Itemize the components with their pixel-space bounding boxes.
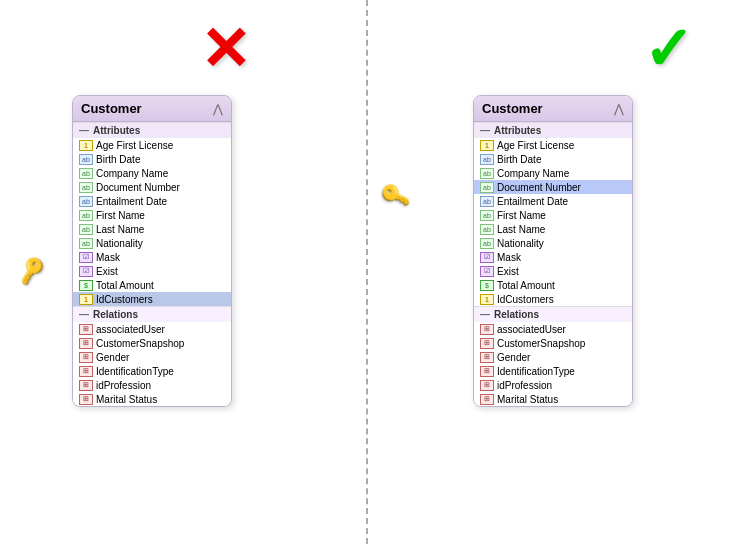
right-field-firstname[interactable]: ab First Name <box>474 208 632 222</box>
money-icon: $ <box>480 280 494 291</box>
left-rel-profession[interactable]: ⊞ idProfession <box>73 378 231 392</box>
key-icon-right: 🔑 <box>379 180 412 212</box>
left-rel-marital[interactable]: ⊞ Marital Status <box>73 392 231 406</box>
right-field-nationality[interactable]: ab Nationality <box>474 236 632 250</box>
right-rel-marital[interactable]: ⊞ Marital Status <box>474 392 632 406</box>
right-field-exist[interactable]: ☑ Exist <box>474 264 632 278</box>
pk-icon: 1 <box>480 294 494 305</box>
right-field-docnum[interactable]: ab Document Number <box>474 180 632 194</box>
left-field-total[interactable]: $ Total Amount <box>73 278 231 292</box>
rel-icon: ⊞ <box>79 352 93 363</box>
rel-icon: ⊞ <box>79 380 93 391</box>
left-field-entailment[interactable]: ab Entailment Date <box>73 194 231 208</box>
right-card-title: Customer <box>482 101 543 116</box>
rel-icon: ⊞ <box>79 394 93 405</box>
left-field-nationality[interactable]: ab Nationality <box>73 236 231 250</box>
bool-icon: ☑ <box>480 266 494 277</box>
right-rel-associated[interactable]: ⊞ associatedUser <box>474 322 632 336</box>
left-rel-snapshot[interactable]: ⊞ CustomerSnapshop <box>73 336 231 350</box>
left-field-docnum[interactable]: ab Document Number <box>73 180 231 194</box>
left-field-lastname[interactable]: ab Last Name <box>73 222 231 236</box>
left-field-mask[interactable]: ☑ Mask <box>73 250 231 264</box>
right-card-header: Customer ⋀ <box>474 96 632 122</box>
right-field-entailment[interactable]: ab Entailment Date <box>474 194 632 208</box>
date-icon: ab <box>480 196 494 207</box>
left-card-title: Customer <box>81 101 142 116</box>
left-rel-idtype[interactable]: ⊞ IdentificationType <box>73 364 231 378</box>
rel-icon: ⊞ <box>480 324 494 335</box>
rel-icon: ⊞ <box>79 324 93 335</box>
left-field-age[interactable]: 1 Age First License <box>73 138 231 152</box>
right-attributes-header: — Attributes <box>474 122 632 138</box>
text-icon: ab <box>79 182 93 193</box>
text-icon: ab <box>480 182 494 193</box>
bool-icon: ☑ <box>480 252 494 263</box>
right-field-idcustomers[interactable]: 1 IdCustomers <box>474 292 632 306</box>
left-db-card: Customer ⋀ — Attributes 1 Age First Lice… <box>72 95 232 407</box>
left-card-header: Customer ⋀ <box>73 96 231 122</box>
left-field-birthdate[interactable]: ab Birth Date <box>73 152 231 166</box>
right-rel-profession[interactable]: ⊞ idProfession <box>474 378 632 392</box>
left-card-expand-icon[interactable]: ⋀ <box>213 102 223 116</box>
right-relations-header: — Relations <box>474 306 632 322</box>
left-field-company[interactable]: ab Company Name <box>73 166 231 180</box>
text-icon: ab <box>480 224 494 235</box>
right-field-lastname[interactable]: ab Last Name <box>474 222 632 236</box>
right-rel-snapshot[interactable]: ⊞ CustomerSnapshop <box>474 336 632 350</box>
right-field-total[interactable]: $ Total Amount <box>474 278 632 292</box>
rel-icon: ⊞ <box>480 338 494 349</box>
rel-icon: ⊞ <box>480 380 494 391</box>
money-icon: $ <box>79 280 93 291</box>
check-mark: ✓ <box>643 20 693 80</box>
center-divider <box>366 0 368 544</box>
text-icon: ab <box>79 210 93 221</box>
left-rel-associated[interactable]: ⊞ associatedUser <box>73 322 231 336</box>
right-db-card: Customer ⋀ — Attributes 1 Age First Lice… <box>473 95 633 407</box>
text-icon: ab <box>79 224 93 235</box>
text-icon: ab <box>79 238 93 249</box>
right-card-expand-icon[interactable]: ⋀ <box>614 102 624 116</box>
left-attributes-header: — Attributes <box>73 122 231 138</box>
rel-icon: ⊞ <box>480 394 494 405</box>
date-icon: ab <box>480 154 494 165</box>
rel-icon: ⊞ <box>79 366 93 377</box>
text-icon: ab <box>480 210 494 221</box>
text-icon: ab <box>480 238 494 249</box>
bool-icon: ☑ <box>79 252 93 263</box>
date-icon: ab <box>79 154 93 165</box>
rel-icon: ⊞ <box>79 338 93 349</box>
left-field-exist[interactable]: ☑ Exist <box>73 264 231 278</box>
pk-icon: 1 <box>480 140 494 151</box>
pk-icon: 1 <box>79 140 93 151</box>
date-icon: ab <box>79 196 93 207</box>
text-icon: ab <box>79 168 93 179</box>
right-rel-idtype[interactable]: ⊞ IdentificationType <box>474 364 632 378</box>
right-field-age[interactable]: 1 Age First License <box>474 138 632 152</box>
left-field-firstname[interactable]: ab First Name <box>73 208 231 222</box>
left-relations-header: — Relations <box>73 306 231 322</box>
x-mark: ✕ <box>200 20 250 80</box>
rel-icon: ⊞ <box>480 366 494 377</box>
left-rel-gender[interactable]: ⊞ Gender <box>73 350 231 364</box>
left-field-idcustomers[interactable]: 1 IdCustomers <box>73 292 231 306</box>
key-icon-left: 🔑 <box>15 255 48 287</box>
right-field-company[interactable]: ab Company Name <box>474 166 632 180</box>
bool-icon: ☑ <box>79 266 93 277</box>
rel-icon: ⊞ <box>480 352 494 363</box>
right-field-mask[interactable]: ☑ Mask <box>474 250 632 264</box>
right-rel-gender[interactable]: ⊞ Gender <box>474 350 632 364</box>
pk-icon: 1 <box>79 294 93 305</box>
text-icon: ab <box>480 168 494 179</box>
right-field-birthdate[interactable]: ab Birth Date <box>474 152 632 166</box>
